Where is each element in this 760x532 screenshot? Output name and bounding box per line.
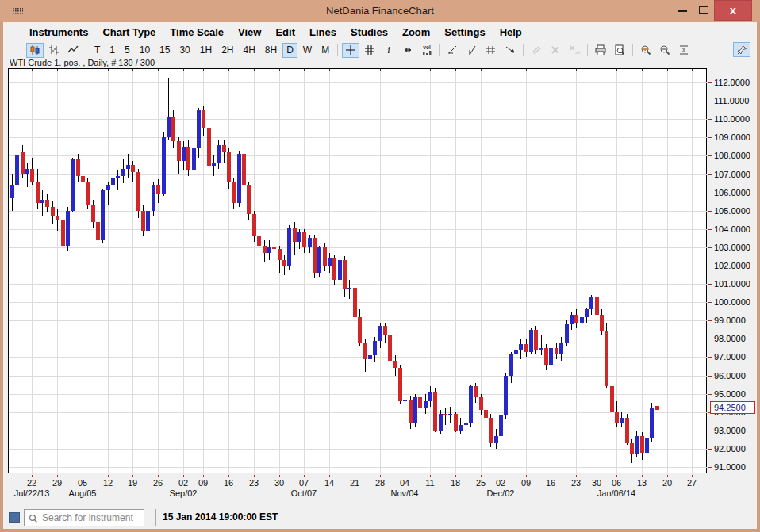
price-axis-label: 98.0000 <box>714 334 757 343</box>
axis-tick-top <box>254 69 255 71</box>
candle-body <box>328 258 332 266</box>
gridline-horizontal <box>9 247 708 248</box>
price-axis-label: 96.0000 <box>714 371 757 381</box>
candle-body <box>156 185 160 194</box>
time-axis-month-label: Sep/02 <box>155 488 211 498</box>
pin-button[interactable] <box>733 42 750 57</box>
price-axis-tick <box>708 357 712 358</box>
candle-body <box>317 247 321 273</box>
candle-body <box>227 152 231 182</box>
price-axis-label: 99.0000 <box>714 316 757 325</box>
fit-vertical-button[interactable] <box>675 43 693 58</box>
candle-wick <box>466 414 466 436</box>
gridline-horizontal <box>9 394 708 395</box>
delete-line-button <box>547 43 564 58</box>
timeframe-T-button[interactable]: T <box>90 43 104 58</box>
timeframe-8H-button[interactable]: 8H <box>261 43 281 58</box>
info-button[interactable]: i <box>380 43 397 58</box>
axis-tick-top <box>279 69 280 71</box>
price-axis-tick <box>708 247 712 248</box>
timeframe-10-button[interactable]: 10 <box>136 43 154 58</box>
timeframe-30-button[interactable]: 30 <box>175 43 194 58</box>
ray-button[interactable] <box>501 43 519 58</box>
print-button[interactable] <box>592 43 609 58</box>
horizontal-scroll-button[interactable] <box>399 43 416 58</box>
candle-body <box>162 137 166 194</box>
candle-body <box>332 258 336 280</box>
client-area: InstrumentsChart TypeTime ScaleViewEditL… <box>3 22 757 529</box>
print-preview-button[interactable] <box>611 43 628 58</box>
timeframe-M-button[interactable]: M <box>317 43 333 58</box>
zoom-out-icon <box>658 44 671 56</box>
menu-item-lines[interactable]: Lines <box>302 24 344 40</box>
timeframe-W-button[interactable]: W <box>299 43 316 58</box>
candle-body <box>499 415 503 436</box>
gridline-vertical <box>667 69 668 474</box>
timeframe-2H-button[interactable]: 2H <box>217 43 237 58</box>
menu-item-instruments[interactable]: Instruments <box>22 24 95 40</box>
price-axis-tick <box>708 137 712 138</box>
price-axis-label: 108.0000 <box>714 151 757 160</box>
crosshair-button[interactable] <box>342 43 359 58</box>
time-axis-day-label: 04 <box>394 478 415 488</box>
volume-button[interactable]: vol <box>418 43 436 58</box>
close-button[interactable]: x <box>714 0 752 21</box>
candle-body <box>565 324 569 343</box>
candlestick-icon <box>29 44 41 56</box>
line-chart-button[interactable] <box>64 43 82 58</box>
trendline-vertical-icon <box>466 44 478 56</box>
time-axis-day-label: 22 <box>21 478 42 488</box>
candle-body <box>106 185 110 190</box>
menu-item-time-scale[interactable]: Time Scale <box>163 24 231 40</box>
time-axis-tick <box>481 475 482 477</box>
menu-item-help[interactable]: Help <box>493 24 529 40</box>
candle-body <box>126 165 130 169</box>
axis-tick-top <box>355 69 355 71</box>
candle-wick <box>541 335 542 355</box>
chart-instrument-label: WTI Crude 1. pos. , Daily, # 130 / 300 <box>10 58 155 67</box>
maximize-icon <box>699 6 708 14</box>
candle-body <box>459 425 463 431</box>
channel-button[interactable] <box>482 43 500 58</box>
candle-body <box>51 207 55 216</box>
candle-body <box>141 211 145 231</box>
chart-plot-area[interactable] <box>8 68 707 473</box>
time-axis[interactable]: 2229051219260209162330071421280411182502… <box>8 475 757 502</box>
menu-item-edit[interactable]: Edit <box>268 24 302 40</box>
toolbar-separator <box>523 44 524 56</box>
price-axis[interactable]: 91.000092.000093.000094.000095.000096.00… <box>708 68 757 477</box>
menu-item-zoom[interactable]: Zoom <box>395 24 437 40</box>
candlestick-button[interactable] <box>26 43 44 58</box>
candle-body <box>217 145 221 163</box>
search-input[interactable] <box>42 511 142 525</box>
menu-item-settings[interactable]: Settings <box>437 24 492 40</box>
zoom-in-button[interactable] <box>637 43 654 58</box>
timeframe-4H-button[interactable]: 4H <box>239 43 259 58</box>
gridline-vertical <box>576 69 577 474</box>
time-axis-day-label: 23 <box>244 478 264 488</box>
minimize-button[interactable] <box>673 0 693 21</box>
search-box[interactable] <box>24 509 144 526</box>
menu-item-studies[interactable]: Studies <box>344 24 395 40</box>
ohlc-bars-button[interactable] <box>45 43 63 58</box>
timeframe-D-button[interactable]: D <box>282 43 297 58</box>
candle-body <box>91 205 95 222</box>
candle-body <box>192 148 196 170</box>
toolbar-separator <box>86 44 86 56</box>
timeframe-1-button[interactable]: 1 <box>106 43 119 58</box>
menu-item-view[interactable]: View <box>231 24 268 40</box>
timeframe-1H-button[interactable]: 1H <box>196 43 216 58</box>
gridline-horizontal <box>9 357 708 358</box>
trendline-vertical-button[interactable] <box>463 43 481 58</box>
time-axis-day-label: 20 <box>657 478 677 488</box>
timeframe-15-button[interactable]: 15 <box>155 43 174 58</box>
zoom-out-button[interactable] <box>656 43 674 58</box>
grid-button[interactable] <box>361 43 378 58</box>
svg-text:vol: vol <box>423 44 431 50</box>
menu-item-chart-type[interactable]: Chart Type <box>95 24 163 40</box>
candle-body <box>519 344 523 350</box>
timeframe-5-button[interactable]: 5 <box>121 43 134 58</box>
gridline-vertical <box>32 69 33 474</box>
maximize-button[interactable] <box>693 0 714 21</box>
trendline-angle-button[interactable] <box>444 43 462 58</box>
